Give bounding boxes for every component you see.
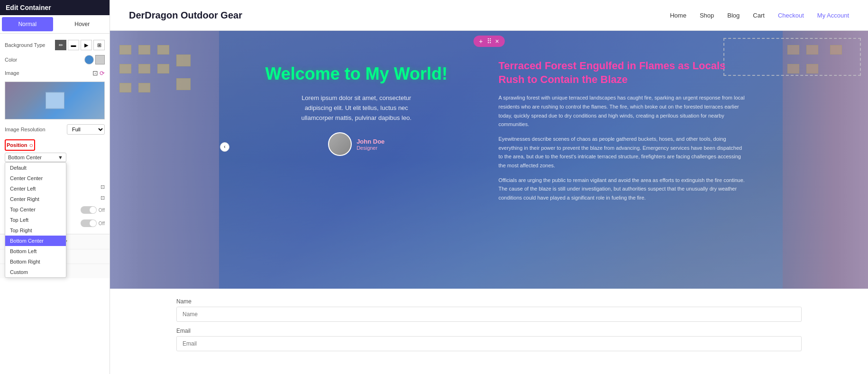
main-content: DerDragon Outdoor Gear Home Shop Blog Ca… xyxy=(110,0,868,374)
form-email-label: Email xyxy=(176,328,802,334)
toolbar-move-icon[interactable]: ⠿ xyxy=(487,37,492,45)
article-title: Terraced Forest Engulfed in Flames as Lo… xyxy=(499,59,745,86)
top-nav: DerDragon Outdoor Gear Home Shop Blog Ca… xyxy=(110,0,868,31)
repeat-icon[interactable]: ⊡ xyxy=(101,184,105,190)
color-globe-btn[interactable] xyxy=(84,55,94,64)
background-type-section: Background Type ✏ ▬ ▶ ⊞ Color Image ⊡ ⟳ xyxy=(0,34,110,234)
tab-hover[interactable]: Hover xyxy=(57,17,108,31)
nav-links: Home Shop Blog Cart Checkout My Account xyxy=(670,12,849,19)
dropdown-item-custom[interactable]: Custom xyxy=(5,267,66,277)
position-highlight: Position ○ xyxy=(5,139,35,151)
hero-content: Welcome to My World! Lorem ipsum dolor s… xyxy=(110,31,868,289)
position-row: Position ○ Bottom Center ▼ Default Cente… xyxy=(5,137,105,164)
nav-home[interactable]: Home xyxy=(670,12,686,19)
image-preview[interactable] xyxy=(5,82,105,119)
position-chevron-icon: ▼ xyxy=(58,155,63,160)
background-type-row: Background Type ✏ ▬ ▶ ⊞ xyxy=(5,37,105,53)
position-circle-icon: ○ xyxy=(29,141,33,149)
site-logo: DerDragon Outdoor Gear xyxy=(129,10,242,21)
image-label: Image xyxy=(5,70,19,76)
left-panel: Edit Container Normal Hover Background T… xyxy=(0,0,110,374)
position-dropdown-menu: Default Center Center Center Left Center… xyxy=(5,162,66,278)
dropdown-item-top-left[interactable]: Top Left xyxy=(5,215,66,225)
type-btn-classic[interactable]: ✏ xyxy=(55,40,66,50)
scrolling-toggle[interactable]: Off xyxy=(81,206,105,214)
image-resolution-label: Image Resolution xyxy=(5,127,46,132)
image-controls: ⊡ ⟳ xyxy=(92,69,105,77)
form-name-label: Name xyxy=(176,298,802,305)
type-btn-gradient[interactable]: ▬ xyxy=(68,40,79,50)
position-select-value: Bottom Center xyxy=(8,155,42,160)
panel-header: Edit Container xyxy=(0,0,110,15)
nav-my-account[interactable]: My Account xyxy=(817,12,849,19)
position-dropdown-container: Bottom Center ▼ Default Center Center Ce… xyxy=(5,153,105,162)
color-label: Color xyxy=(5,57,17,63)
display-size-icon[interactable]: ⊡ xyxy=(101,195,105,201)
toolbar-plus-icon[interactable]: + xyxy=(479,37,483,45)
panel-tabs: Normal Hover xyxy=(0,15,110,34)
type-btn-slideshow[interactable]: ⊞ xyxy=(93,40,105,50)
nav-cart[interactable]: Cart xyxy=(753,12,765,19)
mouse-knob xyxy=(90,220,96,227)
article-body-p1: A sprawling forest with unique terraced … xyxy=(499,93,745,129)
nav-blog[interactable]: Blog xyxy=(727,12,740,19)
nav-shop[interactable]: Shop xyxy=(700,12,714,19)
color-swatch[interactable] xyxy=(95,55,105,64)
form-section: Name Email xyxy=(110,289,868,374)
dropdown-item-center-center[interactable]: Center Center xyxy=(5,173,66,183)
dropdown-item-bottom-center[interactable]: Bottom Center xyxy=(5,236,66,246)
toolbar-close-icon[interactable]: × xyxy=(495,37,499,45)
form-email-group: Email xyxy=(176,328,802,351)
position-select-trigger[interactable]: Bottom Center ▼ xyxy=(5,153,66,162)
hero-body-text: Lorem ipsum dolor sit amet, consectetur … xyxy=(290,93,423,123)
author-details: John Doe Designer xyxy=(356,138,384,151)
hero-title: Welcome to My World! xyxy=(265,64,448,84)
dropdown-item-top-right[interactable]: Top Right xyxy=(5,225,66,236)
nav-checkout[interactable]: Checkout xyxy=(778,12,804,19)
mouse-track[interactable] xyxy=(81,219,97,227)
panel-collapse-arrow[interactable]: ‹ xyxy=(220,142,229,152)
scrolling-knob xyxy=(90,207,96,213)
hero-left: Welcome to My World! Lorem ipsum dolor s… xyxy=(233,50,480,156)
form-name-input[interactable] xyxy=(176,307,802,322)
article-body-p2: Eyewitnesses describe scenes of chaos as… xyxy=(499,135,745,170)
hero-section: + ⠿ × Welcome to My World! Lorem ipsum d… xyxy=(110,31,868,289)
color-controls xyxy=(84,55,105,64)
color-row: Color xyxy=(5,53,105,67)
image-preview-inner xyxy=(46,92,64,109)
dropdown-item-top-center[interactable]: Top Center xyxy=(5,204,66,215)
image-resolution-row: Image Resolution Full xyxy=(5,122,105,137)
author-role: Designer xyxy=(356,145,384,151)
mouse-off-label: Off xyxy=(99,221,105,226)
background-type-label: Background Type xyxy=(5,42,45,48)
background-type-controls: ✏ ▬ ▶ ⊞ xyxy=(55,40,105,50)
image-row: Image ⊡ ⟳ xyxy=(5,67,105,79)
mouse-toggle[interactable]: Off xyxy=(81,219,105,227)
dropdown-item-default[interactable]: Default xyxy=(5,163,66,173)
scrolling-off-label: Off xyxy=(99,208,105,213)
panel-title: Edit Container xyxy=(6,4,51,11)
author-avatar xyxy=(328,132,352,156)
hero-right: Terraced Forest Engulfed in Flames as Lo… xyxy=(499,50,745,208)
form-name-group: Name xyxy=(176,298,802,322)
tab-normal[interactable]: Normal xyxy=(2,17,53,31)
dropdown-item-bottom-left[interactable]: Bottom Left xyxy=(5,246,66,256)
dropdown-item-center-right[interactable]: Center Right xyxy=(5,194,66,204)
image-sync-icon[interactable]: ⟳ xyxy=(100,70,105,77)
dropdown-item-bottom-right[interactable]: Bottom Right xyxy=(5,256,66,267)
position-label: Position xyxy=(7,142,27,148)
image-icon[interactable]: ⊡ xyxy=(92,69,98,77)
type-btn-video[interactable]: ▶ xyxy=(81,40,92,50)
form-email-input[interactable] xyxy=(176,336,802,351)
scrolling-track[interactable] xyxy=(81,206,97,214)
article-body-p3: Officials are urging the public to remai… xyxy=(499,176,745,202)
container-edit-toolbar: + ⠿ × xyxy=(473,36,504,47)
author-name: John Doe xyxy=(356,138,384,145)
author-info: John Doe Designer xyxy=(328,132,384,156)
image-resolution-select[interactable]: Full xyxy=(67,124,105,135)
dropdown-item-center-left[interactable]: Center Left xyxy=(5,183,66,194)
